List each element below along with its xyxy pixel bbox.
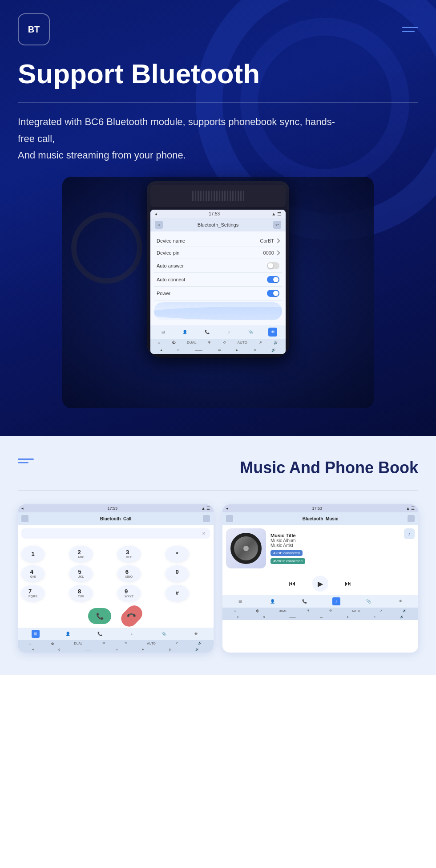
- dial-7[interactable]: 7PQRS: [21, 585, 44, 601]
- device-pin-row[interactable]: Device pin 0000: [154, 247, 282, 259]
- call-tb-eye[interactable]: 👁: [192, 630, 200, 638]
- car-mockup: ◂ 17:53 ▲ ☰ ⌂ Bluetooth_Settings ↩: [62, 177, 374, 408]
- music-ac-home[interactable]: ⌂: [234, 609, 236, 612]
- call-tb-person[interactable]: 👤: [64, 630, 72, 638]
- music-tb-grid[interactable]: ⊞: [236, 597, 244, 605]
- power-row[interactable]: Power: [154, 287, 282, 300]
- call-tb-phone[interactable]: 📞: [96, 630, 104, 638]
- prev-track-button[interactable]: ⏮: [286, 577, 299, 590]
- dial-9[interactable]: 9WXYZ: [117, 585, 141, 601]
- call-arr-mid: ═: [116, 648, 118, 651]
- dial-hash[interactable]: #: [166, 585, 189, 601]
- auto-answer-row[interactable]: Auto answer: [154, 259, 282, 273]
- dial-3[interactable]: 3DEF: [117, 546, 141, 562]
- ac-volume[interactable]: 🔊: [274, 341, 278, 345]
- music-tb-paperclip[interactable]: 📎: [364, 597, 372, 605]
- dial-star[interactable]: *: [166, 546, 189, 562]
- section2-hamburger[interactable]: [18, 458, 34, 463]
- toolbar-paperclip-icon[interactable]: 📎: [246, 328, 255, 337]
- call-back-arrow[interactable]: ◂: [21, 506, 24, 511]
- ac-curve[interactable]: ↗: [259, 341, 262, 345]
- dial-1[interactable]: 1: [21, 546, 44, 562]
- dial-8[interactable]: 8TUV: [69, 585, 93, 601]
- music-ac-snow[interactable]: ❄: [307, 609, 310, 612]
- music-toolbar: ⊞ 👤 📞 ♪ 📎 👁: [222, 595, 418, 608]
- call-ac-home[interactable]: ⌂: [29, 642, 31, 645]
- answer-call-button[interactable]: 📞: [88, 608, 111, 624]
- music-ac-curve[interactable]: ↗: [380, 609, 383, 612]
- screen-arrow-bar: ◂ 0 —— ═ ▸ 0 🔊: [150, 346, 286, 354]
- power-toggle[interactable]: [267, 290, 279, 297]
- ac-fan[interactable]: ⟲: [223, 341, 226, 345]
- toolbar-person-icon[interactable]: 👤: [181, 328, 190, 337]
- music-back-btn[interactable]: [408, 515, 415, 522]
- music-controls: ⏮ ▶ ⏭: [222, 572, 418, 595]
- call-back-btn[interactable]: [203, 515, 210, 522]
- call-search-bar[interactable]: ✕: [21, 528, 210, 539]
- next-track-button[interactable]: ⏭: [342, 577, 355, 590]
- dial-5[interactable]: 5JKL: [69, 565, 93, 581]
- music-home-icon[interactable]: [226, 515, 233, 522]
- call-tb-grid[interactable]: ⊞: [32, 630, 40, 638]
- dial-2[interactable]: 2ABC: [69, 546, 93, 562]
- call-arr-vol[interactable]: 🔊: [195, 648, 199, 651]
- ac-snow[interactable]: ❄: [208, 341, 211, 345]
- music-ac-fan[interactable]: ⟲: [329, 609, 332, 612]
- music-album-text: Music Album: [270, 538, 400, 543]
- call-topbar: Bluetooth_Call: [18, 512, 214, 525]
- play-button[interactable]: ▶: [312, 576, 328, 592]
- music-tb-music[interactable]: ♪: [332, 597, 340, 605]
- bt-logo: BT: [18, 13, 50, 45]
- call-ac-snow[interactable]: ❄: [102, 641, 105, 645]
- auto-connect-row[interactable]: Auto connect: [154, 273, 282, 287]
- music-arr-back[interactable]: ◂: [237, 615, 238, 619]
- call-statusbar: ◂ 17:53 ▲ ☰: [18, 504, 214, 512]
- ac-home[interactable]: ⌂: [158, 341, 160, 345]
- call-ac-power[interactable]: ⏻: [51, 642, 54, 645]
- music-tb-person[interactable]: 👤: [268, 597, 276, 605]
- call-ac-fan[interactable]: ⟲: [125, 641, 127, 645]
- call-arr-fwd[interactable]: ▸: [142, 648, 144, 651]
- call-ac-vol[interactable]: 🔊: [198, 641, 202, 645]
- music-back-arrow[interactable]: ◂: [226, 506, 228, 511]
- device-name-row[interactable]: Device name CarBT: [154, 235, 282, 247]
- auto-connect-toggle[interactable]: [267, 276, 279, 283]
- screen-back-btn[interactable]: ↩: [273, 221, 281, 229]
- toolbar-music-icon[interactable]: ♪: [225, 328, 234, 337]
- call-search-clear[interactable]: ✕: [202, 531, 206, 536]
- toolbar-phone-icon[interactable]: 📞: [202, 328, 211, 337]
- call-arr-back[interactable]: ◂: [32, 648, 34, 651]
- section2-header: Music And Phone Book: [18, 458, 418, 477]
- call-arr-0b: 0: [169, 648, 171, 651]
- dual-screens: ◂ 17:53 ▲ ☰ Bluetooth_Call ✕ 1 2ABC 3DEF…: [18, 504, 418, 653]
- screen-back-icon[interactable]: ◂: [155, 211, 157, 216]
- toolbar-grid-icon[interactable]: ⊞: [159, 328, 168, 337]
- music-arr-vol[interactable]: 🔊: [400, 615, 404, 619]
- auto-answer-toggle[interactable]: [267, 262, 279, 269]
- ac-dual: DUAL: [187, 341, 196, 345]
- call-arrow-bar: ◂ 0 —— ═ ▸ 0 🔊: [18, 646, 214, 653]
- music-tb-phone[interactable]: 📞: [300, 597, 308, 605]
- screen-home-icon[interactable]: ⌂: [155, 221, 163, 229]
- music-phonebook-section: Music And Phone Book ◂ 17:53 ▲ ☰ Bluetoo…: [0, 436, 436, 675]
- dial-6[interactable]: 6MNO: [117, 565, 141, 581]
- call-ac-curve[interactable]: ↗: [175, 641, 178, 645]
- music-arr-fwd[interactable]: ▸: [347, 615, 349, 619]
- arr-vol[interactable]: 🔊: [271, 348, 276, 352]
- call-tb-paperclip[interactable]: 📎: [160, 630, 168, 638]
- music-ac-power[interactable]: ⏻: [256, 609, 259, 612]
- hamburger-menu-button[interactable]: [402, 27, 418, 32]
- music-tb-eye[interactable]: 👁: [396, 597, 404, 605]
- arr-right[interactable]: ▸: [236, 348, 238, 352]
- call-home-icon[interactable]: [21, 515, 28, 522]
- dial-4[interactable]: 4GHI: [21, 565, 44, 581]
- music-note-button[interactable]: ♪: [404, 528, 415, 539]
- device-name-label: Device name: [157, 238, 185, 243]
- ac-power[interactable]: ⏻: [172, 341, 175, 345]
- music-ac-vol[interactable]: 🔊: [403, 609, 407, 612]
- toolbar-eye-icon[interactable]: 👁: [268, 328, 277, 337]
- arr-back[interactable]: ◂: [160, 348, 162, 352]
- end-call-button[interactable]: 📞: [118, 602, 145, 630]
- call-tb-music[interactable]: ♪: [128, 630, 136, 638]
- dial-0[interactable]: 0-: [166, 565, 189, 581]
